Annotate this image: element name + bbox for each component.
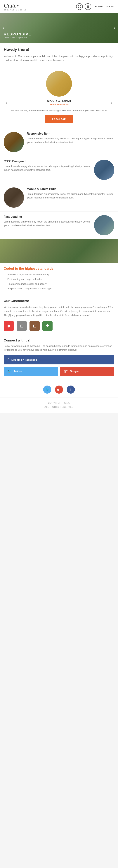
googleplus-icon: g⁺ — [64, 369, 68, 373]
wide-image — [0, 239, 118, 263]
customer-social-icons: ◆ ◻ ◻ ✚ — [4, 321, 114, 331]
footer-copyright: COPYRIGHT 2014. ALL RIGHTS RESERVED — [4, 401, 114, 409]
carousel-image — [46, 71, 72, 97]
connect-googleplus-button[interactable]: g⁺ Google + — [60, 367, 114, 376]
feature-title-1: Responsive Item — [27, 132, 114, 135]
feature-title-2: CSS3 Designed — [4, 160, 91, 163]
footer-twitter-icon[interactable]: 🐦 — [43, 385, 51, 394]
footer: COPYRIGHT 2014. ALL RIGHTS RESERVED — [0, 398, 118, 413]
logo-area: Ciuter CREATIVE & MOBILE — [4, 2, 26, 11]
feature-desc-1: Lorem Ipsum is simply dummy text of the … — [27, 137, 114, 145]
nav-links: HOME MENU — [95, 5, 114, 8]
howdy-section: Howdy there! Welcome to Ciuter, a comple… — [0, 42, 118, 67]
social-icon-green-symbol: ✚ — [46, 323, 49, 328]
logo-text: Ciuter — [4, 2, 26, 9]
social-icon-brown-symbol: ◻ — [33, 323, 36, 328]
footer-facebook-symbol: f — [70, 388, 71, 392]
grid-icon-button[interactable] — [76, 3, 83, 10]
hero-next-arrow[interactable]: › — [114, 25, 115, 31]
facebook-icon: f — [7, 358, 9, 362]
hamburger-icon — [87, 5, 89, 8]
footer-line1: COPYRIGHT 2014. — [48, 402, 70, 404]
social-footer-icons: 🐦 g⁺ f — [0, 382, 118, 398]
connect-facebook-label: Like us on Facebook — [11, 359, 37, 361]
feature-desc-3: Lorem Ipsum is simply dummy text of the … — [27, 192, 114, 200]
facebook-button[interactable]: Facebook — [45, 115, 73, 123]
customers-description: We like social networks because they kee… — [4, 305, 114, 317]
header-nav: HOME MENU — [76, 3, 114, 10]
feature-title-3: Mobile & Tablet Built — [27, 187, 114, 191]
hero-title: RESPONSIVE — [4, 32, 31, 36]
social-icon-gray[interactable]: ◻ — [17, 321, 27, 331]
standards-title-start: Coded to the — [4, 267, 25, 271]
feature-item-1: Responsive Item Lorem Ipsum is simply du… — [0, 128, 118, 156]
connect-section: Connect with us! Social networks are jus… — [0, 335, 118, 382]
footer-twitter-symbol: 🐦 — [45, 388, 49, 392]
feature-item-4: Fast Loading Lorem Ipsum is simply dummy… — [0, 212, 118, 239]
facebook-button-wrap: Facebook — [4, 115, 114, 123]
feature-image-4 — [94, 215, 114, 235]
feature-body-2: CSS3 Designed Lorem Ipsum is simply dumm… — [4, 160, 91, 180]
hero-subtitle: And it's fully responsive! — [4, 36, 31, 39]
footer-googleplus-icon[interactable]: g⁺ — [55, 385, 63, 394]
howdy-title: Howdy there! — [4, 47, 114, 52]
feature-body-1: Responsive Item Lorem Ipsum is simply du… — [27, 132, 114, 152]
connect-title: Connect with us! — [4, 339, 114, 342]
connect-description: Social networks are just awesome! The se… — [4, 344, 114, 352]
connect-row: 🐦 Twitter g⁺ Google + — [4, 367, 114, 376]
header: Ciuter CREATIVE & MOBILE — [0, 0, 118, 13]
connect-twitter-label: Twitter — [14, 370, 22, 373]
feature-item-2: CSS3 Designed Lorem Ipsum is simply dumm… — [0, 156, 118, 184]
feature-desc-2: Lorem Ipsum is simply dummy text of the … — [4, 164, 91, 172]
standards-section: Coded to the highest standards! Android,… — [0, 263, 118, 296]
feature-title-4: Fast Loading — [4, 215, 91, 218]
carousel-description: We love quotes, and sometimes it's annoy… — [4, 109, 114, 113]
logo-tagline: CREATIVE & MOBILE — [4, 9, 26, 11]
social-icon-green[interactable]: ✚ — [42, 321, 52, 331]
feature-image-1 — [4, 132, 24, 152]
nav-icons — [76, 3, 91, 10]
social-icon-brown[interactable]: ◻ — [29, 321, 40, 331]
feature-item-3: Mobile & Tablet Built Lorem Ipsum is sim… — [0, 184, 118, 212]
customers-title: Our Customers! — [4, 299, 114, 303]
hero-section: RESPONSIVE And it's fully responsive! ‹ … — [0, 13, 118, 42]
standards-title-highlight: highest standards! — [25, 267, 54, 271]
carousel-info: Mobile & Tablet all mobile screens — [7, 99, 111, 106]
twitter-icon: 🐦 — [7, 369, 11, 373]
carousel-next[interactable]: › — [111, 100, 113, 105]
social-icon-gray-symbol: ◻ — [20, 323, 23, 328]
customers-section: Our Customers! We like social networks b… — [0, 296, 118, 335]
menu-icon-button[interactable] — [85, 3, 91, 10]
grid-icon — [78, 5, 81, 8]
standards-item-3: Touch swipe image slider and gallery — [7, 282, 114, 286]
feature-desc-4: Lorem Ipsum is simply dummy text of the … — [4, 220, 91, 228]
hero-arrows: ‹ › — [0, 25, 118, 31]
footer-line2: ALL RIGHTS RESERVED — [44, 406, 74, 408]
carousel-title: Mobile & Tablet — [7, 99, 111, 103]
connect-twitter-button[interactable]: 🐦 Twitter — [4, 367, 58, 376]
standards-item-1: Android, iOS, Windows Mobile Friendly — [7, 273, 114, 277]
feature-image-2 — [94, 160, 114, 180]
footer-googleplus-symbol: g⁺ — [57, 388, 61, 392]
howdy-description: Welcome to Ciuter, a complex mobile and … — [4, 54, 114, 62]
hero-prev-arrow[interactable]: ‹ — [3, 25, 4, 31]
nav-menu[interactable]: MENU — [107, 5, 114, 8]
carousel-prev[interactable]: ‹ — [5, 100, 7, 105]
carousel-nav: ‹ Mobile & Tablet all mobile screens › — [4, 99, 114, 106]
social-icon-red[interactable]: ◆ — [4, 321, 14, 331]
carousel-section: ‹ Mobile & Tablet all mobile screens › W… — [0, 67, 118, 128]
connect-facebook-button[interactable]: f Like us on Facebook — [4, 355, 114, 365]
nav-home[interactable]: HOME — [95, 5, 103, 8]
feature-body-3: Mobile & Tablet Built Lorem Ipsum is sim… — [27, 187, 114, 208]
standards-item-4: Swipe enabled navigation like native app… — [7, 287, 114, 290]
feature-body-4: Fast Loading Lorem Ipsum is simply dummy… — [4, 215, 91, 235]
carousel-subtitle: all mobile screens — [7, 103, 111, 106]
standards-title: Coded to the highest standards! — [4, 267, 114, 271]
standards-list: Android, iOS, Windows Mobile Friendly Fa… — [4, 273, 114, 290]
standards-item-2: Fast loading and page preloaded — [7, 277, 114, 281]
feature-image-3 — [4, 187, 24, 208]
connect-googleplus-label: Google + — [70, 370, 81, 373]
footer-facebook-icon[interactable]: f — [67, 385, 75, 394]
social-icon-red-symbol: ◆ — [7, 323, 10, 328]
